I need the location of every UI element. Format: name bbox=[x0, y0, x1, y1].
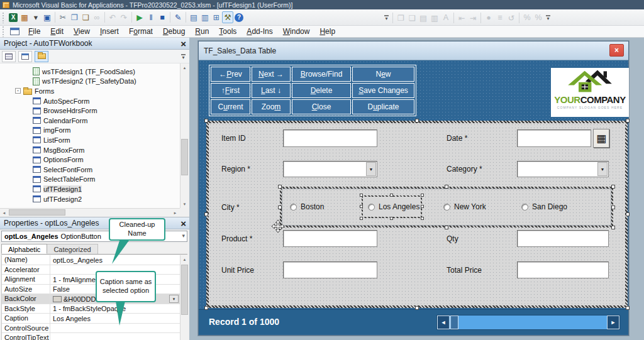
toolbar-grip[interactable] bbox=[2, 12, 5, 23]
toolbar-overflow-2-icon[interactable]: ▾ bbox=[544, 11, 552, 24]
selection-handle[interactable] bbox=[204, 306, 208, 310]
project-panel-header[interactable]: Project - AutoTFWorkbook × bbox=[0, 38, 189, 50]
fields-frame-selected[interactable]: Item ID Date * ▦ Region * ▼ Category * ▼… bbox=[206, 121, 628, 308]
city-option-new-york[interactable]: New York bbox=[443, 202, 486, 211]
tree-item-msgboxform[interactable]: MsgBoxForm bbox=[0, 145, 180, 155]
help-icon[interactable]: ? bbox=[235, 13, 243, 22]
form-close-button[interactable]: × bbox=[609, 44, 624, 57]
toolbar-overflow-icon[interactable]: ▾ bbox=[382, 11, 391, 24]
selection-handle[interactable] bbox=[390, 194, 393, 197]
selection-handle[interactable] bbox=[360, 194, 363, 197]
run-icon[interactable]: ▶ bbox=[134, 11, 145, 23]
properties-vscrollbar[interactable]: ▲ bbox=[180, 255, 188, 340]
menubar-grip[interactable] bbox=[2, 26, 5, 37]
close-icon[interactable]: × bbox=[180, 217, 186, 229]
unit-price-input[interactable] bbox=[283, 261, 377, 278]
copy-icon[interactable]: ❐ bbox=[69, 11, 80, 23]
toolbox-icon[interactable]: ⚒ bbox=[222, 11, 233, 23]
current-button[interactable]: Current bbox=[211, 99, 250, 114]
view-code-button[interactable] bbox=[2, 51, 16, 62]
selection-handle[interactable] bbox=[204, 119, 208, 123]
selection-handle[interactable] bbox=[626, 119, 630, 123]
browse-find-button[interactable]: Browse/Find bbox=[292, 67, 351, 82]
region-combobox[interactable]: ▼ bbox=[283, 161, 377, 177]
selection-handle[interactable] bbox=[445, 185, 448, 189]
scroll-up-icon[interactable]: ▲ bbox=[180, 63, 189, 72]
menu-item-debug[interactable]: Debug bbox=[158, 26, 190, 37]
first-button[interactable]: ↑First bbox=[211, 83, 250, 98]
qty-input[interactable] bbox=[517, 230, 609, 247]
tree-item-selecttableform[interactable]: SelectTableForm bbox=[0, 175, 180, 185]
object-browser-icon[interactable]: ⊞ bbox=[211, 11, 222, 23]
project-toolbar-overflow-icon[interactable]: ▾ bbox=[179, 50, 187, 63]
city-optiongroup-frame-selected[interactable]: BostonLos AngelesNew YorkSan Diego bbox=[280, 187, 613, 228]
insert-object-dropdown-icon[interactable]: ▾ bbox=[30, 11, 42, 23]
close-icon[interactable]: × bbox=[180, 38, 186, 50]
date-input[interactable] bbox=[517, 129, 591, 147]
cut-icon[interactable]: ✂ bbox=[57, 11, 69, 23]
selection-handle[interactable] bbox=[421, 194, 424, 197]
selection-handle[interactable] bbox=[611, 185, 615, 189]
close-button[interactable]: Close bbox=[292, 99, 351, 114]
property-row-controlsource[interactable]: ControlSource bbox=[2, 324, 180, 334]
tab-categorized[interactable]: Categorized bbox=[47, 244, 97, 254]
selection-handle[interactable] bbox=[421, 205, 424, 208]
menu-item-edit[interactable]: Edit bbox=[45, 26, 69, 37]
tree-item-imgform[interactable]: imgForm bbox=[0, 126, 180, 136]
selection-handle[interactable] bbox=[626, 212, 630, 216]
scroll-down-icon[interactable]: ▼ bbox=[180, 200, 189, 208]
value-dropdown-button[interactable]: ▾ bbox=[169, 295, 179, 303]
menu-item-tools[interactable]: Tools bbox=[214, 26, 242, 37]
city-option-san-diego[interactable]: San Diego bbox=[521, 202, 567, 211]
record-scrollbar-track[interactable]: ◄ ► bbox=[436, 315, 620, 330]
product-input[interactable] bbox=[283, 230, 377, 247]
selection-handle[interactable] bbox=[421, 217, 424, 220]
record-scroll-thumb[interactable] bbox=[450, 315, 458, 329]
prev-button[interactable]: ←Prev bbox=[211, 67, 250, 82]
break-icon[interactable]: ‖ bbox=[145, 11, 157, 23]
new-button[interactable]: New bbox=[352, 67, 414, 82]
excel-icon[interactable]: X bbox=[9, 13, 18, 22]
reset-icon[interactable]: ■ bbox=[157, 11, 168, 23]
duplicate-button[interactable]: Duplicate bbox=[352, 99, 414, 114]
selection-handle[interactable] bbox=[360, 217, 363, 220]
selection-handle[interactable] bbox=[626, 306, 630, 310]
project-tree-hscrollbar[interactable]: ◄ ► bbox=[0, 208, 180, 216]
tab-alphabetic[interactable]: Alphabetic bbox=[1, 244, 47, 254]
selection-handle[interactable] bbox=[360, 205, 363, 208]
collapse-icon[interactable]: - bbox=[15, 88, 21, 94]
scroll-right-icon[interactable]: ► bbox=[171, 209, 179, 217]
form-titlebar[interactable]: TF_Sales_Data Table × bbox=[199, 41, 628, 60]
next-button[interactable]: Next → bbox=[252, 67, 291, 82]
selection-handle[interactable] bbox=[390, 217, 393, 220]
tree-item-autospecform[interactable]: AutoSpecForm bbox=[0, 96, 180, 106]
selected-optionbutton-outline[interactable]: Los Angeles bbox=[362, 195, 422, 218]
property-row-backstyle[interactable]: BackStyle1 - fmBackStyleOpaque bbox=[2, 304, 180, 314]
tree-item-forms[interactable]: -Forms bbox=[0, 86, 180, 96]
view-object-button[interactable] bbox=[18, 51, 32, 62]
selection-handle[interactable] bbox=[415, 306, 419, 310]
property-row-controltiptext[interactable]: ControlTipText bbox=[2, 333, 180, 340]
paste-icon[interactable]: ❏ bbox=[80, 11, 91, 23]
selection-handle[interactable] bbox=[278, 206, 282, 209]
category-combobox[interactable]: ▼ bbox=[517, 161, 609, 177]
project-tree-vscrollbar[interactable]: ▲ ▼ bbox=[180, 63, 188, 208]
scroll-up-icon[interactable]: ▲ bbox=[180, 255, 189, 263]
tree-item-uftfdesign1[interactable]: ufTFdesign1 bbox=[0, 184, 180, 194]
tree-item-selectfontform[interactable]: SelectFontForm bbox=[0, 165, 180, 175]
tree-item-uftfdesign2[interactable]: ufTFdesign2 bbox=[0, 194, 180, 204]
tree-item-wstfdesign1-tf-foodsales[interactable]: wsTFdesign1 (TF_FoodSales) bbox=[0, 67, 180, 77]
scroll-thumb[interactable] bbox=[181, 265, 188, 315]
city-option-los-angeles[interactable]: Los Angeles bbox=[363, 202, 419, 211]
record-scroll-left-button[interactable]: ◄ bbox=[437, 315, 450, 329]
save-changes-button[interactable]: Save Changes bbox=[352, 83, 414, 98]
chevron-down-icon[interactable]: ▼ bbox=[366, 162, 376, 176]
record-scroll-right-button[interactable]: ► bbox=[607, 315, 619, 329]
zoom-button[interactable]: Zoom bbox=[252, 99, 291, 114]
tree-item-wstfdesign2-tf-safetydata[interactable]: wsTFdesign2 (TF_SafetyData) bbox=[0, 77, 180, 87]
project-explorer-icon[interactable]: ▤ bbox=[188, 11, 199, 23]
item-id-input[interactable] bbox=[283, 129, 377, 147]
menu-item-add-ins[interactable]: Add-Ins bbox=[242, 26, 277, 37]
calendar-picker-button[interactable]: ▦ bbox=[593, 129, 609, 148]
last-button[interactable]: Last ↓ bbox=[252, 83, 291, 98]
